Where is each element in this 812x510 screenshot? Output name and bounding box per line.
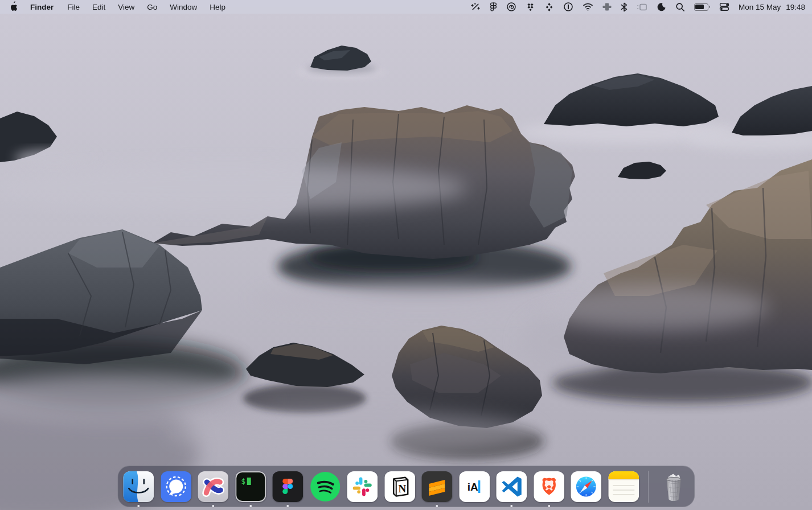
menu-bar-status-area: Mon 15 May 19:48 bbox=[466, 0, 812, 14]
running-indicator bbox=[548, 505, 550, 507]
dock-notion[interactable]: N bbox=[384, 471, 415, 502]
magic-wand-icon[interactable] bbox=[466, 0, 485, 14]
brave-icon bbox=[534, 471, 564, 502]
dock-brave[interactable] bbox=[534, 471, 564, 502]
menu-edit[interactable]: Edit bbox=[86, 3, 112, 11]
menu-bar-left: Finder File Edit View Go Window Help bbox=[0, 1, 232, 13]
menu-file[interactable]: File bbox=[61, 3, 86, 11]
dock-slack[interactable] bbox=[347, 471, 378, 502]
ia-writer-icon: iA bbox=[459, 471, 490, 502]
menu-bar: Finder File Edit View Go Window Help bbox=[0, 0, 812, 14]
clock-time: 19:48 bbox=[786, 3, 805, 11]
slack-icon bbox=[347, 471, 378, 502]
dock-vscode[interactable] bbox=[496, 471, 527, 502]
figma-menu-icon[interactable] bbox=[485, 0, 502, 14]
running-indicator bbox=[510, 505, 512, 507]
dock-spotify[interactable] bbox=[310, 471, 341, 502]
desktop-wallpaper bbox=[0, 0, 812, 510]
signal-icon bbox=[161, 471, 191, 502]
battery-body bbox=[694, 3, 708, 11]
dock-ia-writer[interactable]: iA bbox=[459, 471, 490, 502]
wifi-icon[interactable] bbox=[578, 0, 598, 14]
dock-sublime-text[interactable] bbox=[421, 471, 452, 502]
battery-fill bbox=[695, 5, 704, 9]
menu-go[interactable]: Go bbox=[141, 3, 163, 11]
running-indicator bbox=[212, 505, 214, 507]
dock-arc[interactable] bbox=[198, 471, 228, 502]
menu-help[interactable]: Help bbox=[203, 3, 232, 11]
running-indicator bbox=[436, 505, 438, 507]
bluetooth-icon[interactable] bbox=[616, 0, 632, 14]
battery-indicator[interactable] bbox=[690, 0, 715, 14]
spotlight-search-icon[interactable] bbox=[671, 0, 690, 14]
svg-text:iA: iA bbox=[467, 481, 478, 493]
battery-cap bbox=[709, 6, 710, 9]
svg-text:N: N bbox=[398, 483, 406, 495]
svg-text:$: $ bbox=[241, 477, 245, 486]
dock-trash[interactable] bbox=[658, 471, 689, 502]
running-indicator bbox=[249, 505, 252, 507]
control-center-icon[interactable] bbox=[715, 0, 734, 14]
sublime-text-icon bbox=[421, 471, 452, 502]
menu-window[interactable]: Window bbox=[163, 3, 203, 11]
safari-icon bbox=[571, 471, 601, 502]
running-indicator bbox=[137, 505, 140, 507]
window-switcher-icon[interactable] bbox=[632, 0, 652, 14]
terminal-icon: $ bbox=[235, 471, 266, 502]
dock-finder[interactable] bbox=[123, 471, 154, 502]
dock: $ bbox=[117, 466, 695, 507]
clock-date: Mon 15 May bbox=[739, 3, 781, 11]
finder-icon bbox=[123, 471, 154, 502]
dock-divider bbox=[648, 471, 649, 503]
dock-safari[interactable] bbox=[571, 471, 601, 502]
vscode-icon bbox=[496, 471, 527, 502]
arc-icon bbox=[198, 471, 228, 502]
notion-icon: N bbox=[384, 471, 415, 502]
dock-signal[interactable] bbox=[161, 471, 191, 502]
apple-logo-icon bbox=[10, 1, 19, 13]
1password-icon[interactable] bbox=[559, 0, 578, 14]
trash-full-icon bbox=[658, 471, 689, 502]
figma-icon bbox=[272, 471, 303, 502]
health-plus-icon[interactable] bbox=[598, 0, 616, 14]
notes-icon bbox=[608, 471, 639, 502]
setapp-icon[interactable] bbox=[540, 0, 559, 14]
focus-moon-icon[interactable] bbox=[652, 0, 671, 14]
apple-menu[interactable] bbox=[6, 1, 23, 13]
dock-terminal[interactable]: $ bbox=[235, 471, 266, 502]
dropbox-icon[interactable] bbox=[521, 0, 540, 14]
spotify-icon bbox=[310, 471, 341, 502]
dock-figma[interactable] bbox=[272, 471, 303, 502]
menu-bar-clock[interactable]: Mon 15 May 19:48 bbox=[734, 3, 805, 11]
running-indicator bbox=[286, 505, 289, 507]
menu-app-name[interactable]: Finder bbox=[23, 3, 61, 11]
dock-notes[interactable] bbox=[608, 471, 639, 502]
menu-view[interactable]: View bbox=[112, 3, 141, 11]
adobe-creative-cloud-icon[interactable] bbox=[502, 0, 521, 14]
